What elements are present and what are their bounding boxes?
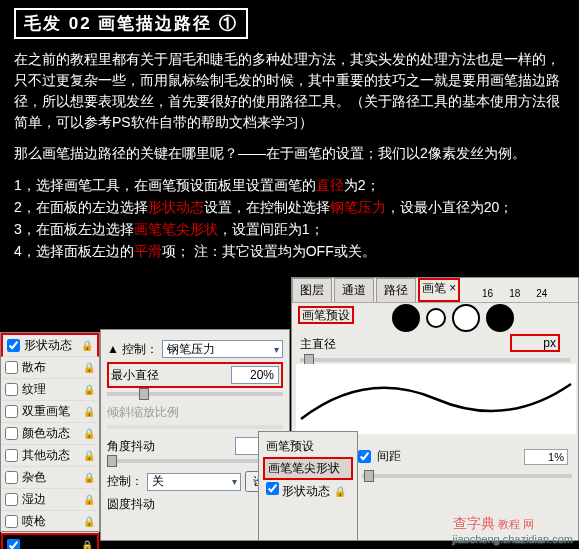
noise-checkbox[interactable] (5, 471, 18, 484)
brush-tip-shape-option[interactable]: 画笔笔尖形状 (263, 457, 353, 480)
brush-options-panel: 形状动态🔒 散布🔒 纹理🔒 双重画笔🔒 颜色动态🔒 其他动态🔒 杂色🔒 湿边🔒 … (0, 332, 100, 532)
brush-thumb-filled[interactable] (392, 304, 420, 332)
dual-brush-checkbox[interactable] (5, 405, 18, 418)
step-2: 2，在面板的左边选择形状动态设置，在控制处选择钢笔压力，设最小直径为20； (14, 196, 565, 218)
step-3: 3，在面板左边选择画笔笔尖形状，设置间距为1； (14, 218, 565, 240)
shape-dynamics-checkbox2[interactable] (266, 482, 279, 495)
wet-edges-checkbox[interactable] (5, 493, 18, 506)
option-other-dynamics[interactable]: 其他动态🔒 (1, 445, 99, 467)
tilt-scale-label: 倾斜缩放比例 (107, 404, 179, 421)
brush-thumbnails (392, 304, 514, 332)
tab-brushes[interactable]: 画笔 × (418, 278, 460, 302)
angle-jitter-slider[interactable] (107, 455, 117, 467)
tab-paths[interactable]: 路径 (376, 278, 416, 302)
brush-stroke-preview (296, 364, 576, 434)
brush-size-18: 18 (509, 288, 520, 299)
option-color-dynamics[interactable]: 颜色动态🔒 (1, 423, 99, 445)
color-dynamics-checkbox[interactable] (5, 427, 18, 440)
tab-layers[interactable]: 图层 (292, 278, 332, 302)
option-dual-brush[interactable]: 双重画笔🔒 (1, 401, 99, 423)
shape-dynamics-checkbox[interactable] (7, 339, 20, 352)
control2-select[interactable]: 关 (147, 473, 241, 491)
control2-label: 控制： (107, 473, 143, 490)
brush-tip-panel: 画笔预设 画笔笔尖形状 形状动态 🔒 (258, 431, 358, 541)
min-diameter-slider[interactable] (139, 388, 149, 400)
texture-checkbox[interactable] (5, 383, 18, 396)
angle-jitter-label: 角度抖动 (107, 438, 155, 455)
control-select[interactable]: 钢笔压力 (162, 340, 283, 358)
smoothing-checkbox[interactable] (7, 539, 20, 549)
option-scattering[interactable]: 散布🔒 (1, 357, 99, 379)
brush-thumb-small[interactable] (426, 308, 446, 328)
lock-icon: 🔒 (81, 340, 93, 351)
spacing-value[interactable]: 1% (524, 449, 568, 465)
brush-thumb-filled2[interactable] (486, 304, 514, 332)
spacing-label: 间距 (377, 448, 401, 465)
page-title: 毛发 02 画笔描边路径 ① (14, 8, 248, 39)
airbrush-checkbox[interactable] (5, 515, 18, 528)
shape-dynamics-option2[interactable]: 形状动态 🔒 (263, 481, 353, 501)
scattering-checkbox[interactable] (5, 361, 18, 374)
option-noise[interactable]: 杂色🔒 (1, 467, 99, 489)
option-wet-edges[interactable]: 湿边🔒 (1, 489, 99, 511)
brush-preset-highlight: 画笔预设 (298, 306, 354, 324)
spacing-slider[interactable] (364, 470, 374, 482)
min-diameter-label: 最小直径 (111, 367, 159, 384)
control-label: ▲ 控制： (107, 341, 158, 358)
brush-thumb-med[interactable] (452, 304, 480, 332)
option-texture[interactable]: 纹理🔒 (1, 379, 99, 401)
diameter-label: 主直径 (300, 337, 336, 351)
min-diameter-value[interactable]: 20% (231, 366, 279, 384)
intro-paragraph: 在之前的教程里都有关于眉毛和睫毛的多种处理方法，其实头发的处理方法也是一样的，只… (14, 49, 565, 133)
spacing-checkbox[interactable] (358, 450, 371, 463)
brush-size-16: 16 (482, 288, 493, 299)
tab-channels[interactable]: 通道 (334, 278, 374, 302)
step-1: 1，选择画笔工具，在画笔预设面板里设置画笔的直径为2； (14, 174, 565, 196)
brush-size-24: 24 (536, 288, 547, 299)
footer-watermark: 查字典 教程 网 jiaocheng.chazidian.com (453, 515, 573, 545)
brush-preset-header[interactable]: 画笔预设 (263, 437, 353, 456)
option-airbrush[interactable]: 喷枪🔒 (1, 511, 99, 533)
diameter-input[interactable]: px (510, 334, 560, 352)
step-4: 4，选择面板左边的平滑项； 注：其它设置均为OFF或关。 (14, 240, 565, 262)
roundness-jitter-label: 圆度抖动 (107, 496, 155, 513)
lead-paragraph: 那么画笔描边路径的关键在哪里呢？——在于画笔的设置；我们以2像素发丝为例。 (14, 143, 565, 164)
option-smoothing[interactable]: 平滑🔒 (1, 533, 99, 549)
other-dynamics-checkbox[interactable] (5, 449, 18, 462)
option-shape-dynamics[interactable]: 形状动态🔒 (1, 333, 99, 357)
